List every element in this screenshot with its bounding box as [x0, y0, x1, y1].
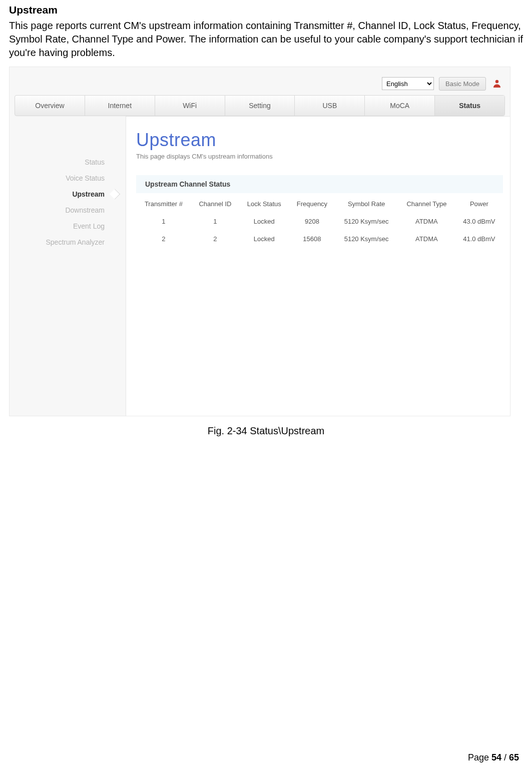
col-frequency: Frequency [289, 193, 335, 213]
nav-wifi[interactable]: WiFi [155, 96, 225, 116]
cell-tx: 1 [136, 213, 191, 230]
page-footer: Page 54 / 65 [468, 752, 519, 763]
cell-cid: 2 [191, 230, 239, 248]
cell-type: ATDMA [398, 230, 455, 248]
sidebar: Status Voice Status Upstream Downstream … [10, 116, 126, 416]
cell-lock: Locked [239, 213, 289, 230]
col-transmitter: Transmitter # [136, 193, 191, 213]
content-subtitle: This page displays CM's upstream informa… [136, 153, 503, 160]
main-navbar: Overview Internet WiFi Setting USB MoCA … [15, 95, 505, 116]
cell-power: 41.0 dBmV [455, 230, 503, 248]
sidebar-item-spectrum-analyzer[interactable]: Spectrum Analyzer [10, 234, 126, 250]
logout-icon[interactable] [491, 78, 503, 90]
table-row: 2 2 Locked 15608 5120 Ksym/sec ATDMA 41.… [136, 230, 503, 248]
cell-freq: 9208 [289, 213, 335, 230]
sidebar-item-status[interactable]: Status [10, 154, 126, 170]
footer-total: 65 [509, 752, 519, 762]
cell-type: ATDMA [398, 213, 455, 230]
col-lock-status: Lock Status [239, 193, 289, 213]
nav-overview[interactable]: Overview [15, 96, 85, 116]
content-panel: Upstream This page displays CM's upstrea… [126, 116, 510, 416]
sidebar-item-upstream[interactable]: Upstream [10, 186, 126, 202]
nav-internet[interactable]: Internet [85, 96, 155, 116]
footer-sep: / [501, 752, 509, 762]
col-symbol-rate: Symbol Rate [335, 193, 398, 213]
cell-tx: 2 [136, 230, 191, 248]
nav-usb[interactable]: USB [295, 96, 365, 116]
nav-status[interactable]: Status [435, 96, 504, 116]
sidebar-item-downstream[interactable]: Downstream [10, 202, 126, 218]
cell-lock: Locked [239, 230, 289, 248]
footer-page: 54 [491, 752, 501, 762]
figure-caption: Fig. 2-34 Status\Upstream [9, 425, 523, 437]
table-header-row: Transmitter # Channel ID Lock Status Fre… [136, 193, 503, 213]
cell-rate: 5120 Ksym/sec [335, 230, 398, 248]
table-section-header: Upstream Channel Status [136, 175, 503, 193]
basic-mode-button[interactable]: Basic Mode [439, 77, 486, 91]
cell-rate: 5120 Ksym/sec [335, 213, 398, 230]
cell-cid: 1 [191, 213, 239, 230]
sidebar-item-event-log[interactable]: Event Log [10, 218, 126, 234]
footer-prefix: Page [468, 752, 491, 762]
nav-setting[interactable]: Setting [225, 96, 295, 116]
cell-power: 43.0 dBmV [455, 213, 503, 230]
section-title: Upstream [9, 4, 523, 16]
language-select[interactable]: English [382, 77, 434, 90]
col-channel-type: Channel Type [398, 193, 455, 213]
upstream-table: Transmitter # Channel ID Lock Status Fre… [136, 193, 503, 248]
table-row: 1 1 Locked 9208 5120 Ksym/sec ATDMA 43.0… [136, 213, 503, 230]
col-channel-id: Channel ID [191, 193, 239, 213]
nav-moca[interactable]: MoCA [365, 96, 435, 116]
sidebar-item-voice-status[interactable]: Voice Status [10, 170, 126, 186]
svg-point-0 [495, 80, 498, 83]
section-description: This page reports current CM's upstream … [9, 19, 523, 60]
cell-freq: 15608 [289, 230, 335, 248]
screenshot-figure: English Basic Mode Overview Internet WiF… [9, 67, 510, 416]
content-title: Upstream [136, 130, 503, 151]
col-power: Power [455, 193, 503, 213]
